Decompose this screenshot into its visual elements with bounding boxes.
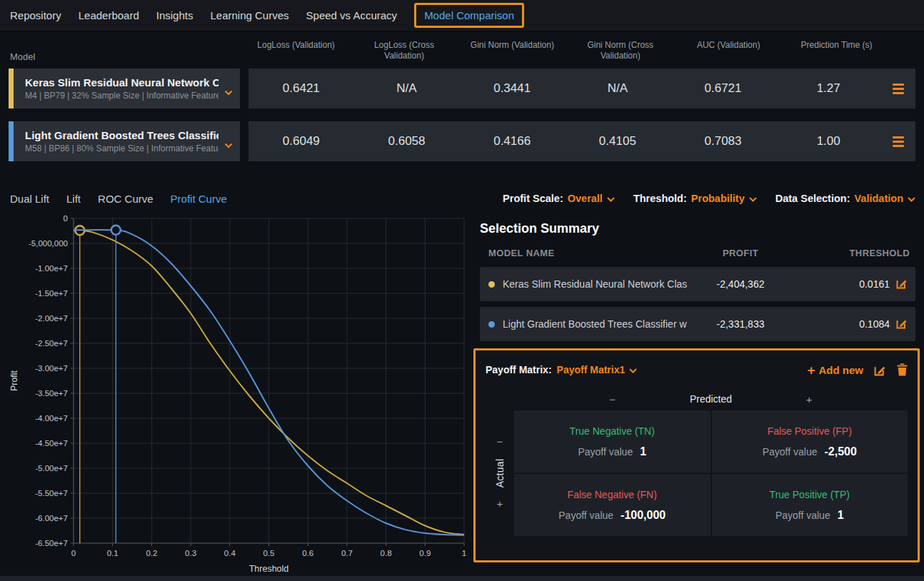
tab-profit-curve-active[interactable]: Profit Curve — [171, 193, 227, 205]
x-tick-label: 0.5 — [263, 549, 275, 557]
cell-title: False Positive (FP) — [768, 425, 852, 437]
summary-profit-value: -2,404,362 — [687, 278, 794, 290]
metric-values-row: 0.6049 0.6058 0.4166 0.4105 0.7083 1.00 — [248, 121, 915, 161]
threshold-value: Probability — [691, 193, 745, 204]
x-tick-label: 1 — [462, 549, 466, 557]
hamburger-menu-icon[interactable] — [881, 84, 915, 94]
model-selector-lgbm[interactable]: Light Gradient Boosted Trees Classifier … — [9, 121, 240, 161]
payoff-value-label: Payoff value — [763, 446, 818, 458]
nav-item-speed-vs-accuracy[interactable]: Speed vs Accuracy — [306, 9, 398, 21]
column-header-gini-validation: Gini Norm (Validation) — [458, 40, 566, 62]
metric-logloss-cross-validation: N/A — [354, 81, 460, 96]
nav-item-insights[interactable]: Insights — [156, 9, 194, 21]
bottom-scrollbar-track[interactable] — [0, 576, 924, 581]
model-name: Keras Slim Residual Neural Network Class… — [25, 76, 219, 89]
summary-row-lgbm: Light Gradient Boosted Trees Classifier … — [480, 307, 915, 341]
tab-roc-curve[interactable]: ROC Curve — [98, 193, 154, 205]
metric-gini-cross-validation: 0.4105 — [565, 134, 671, 148]
metric-gini-validation: 0.4166 — [459, 134, 565, 148]
edit-pencil-icon[interactable] — [873, 363, 887, 377]
summary-table-header: MODEL NAME PROFIT THRESHOLD — [471, 248, 924, 267]
tab-dual-lift[interactable]: Dual Lift — [10, 193, 49, 205]
model-comparison-page: Repository Leaderboard Insights Learning… — [0, 0, 924, 581]
comparison-table-header: Model LogLoss (Validation) LogLoss (Cros… — [0, 31, 924, 69]
payoff-cell-true-negative[interactable]: True Negative (TN) Payoff value 1 — [514, 410, 710, 473]
x-tick-label: 0 — [71, 549, 76, 557]
series-color-dot — [488, 281, 495, 288]
y-tick-label: -2.50e+7 — [35, 339, 68, 348]
payoff-matrix-header: Payoff Matrix: Payoff Matrix1 + Add new — [486, 359, 908, 380]
nav-item-model-comparison-active[interactable]: Model Comparison — [414, 3, 524, 28]
trash-icon[interactable] — [897, 363, 908, 376]
summary-model-name: Light Gradient Boosted Trees Classifier … — [503, 318, 687, 330]
metric-auc-validation: 0.6721 — [671, 81, 776, 96]
plus-icon: + — [807, 363, 815, 377]
add-new-payoff-button[interactable]: + Add new — [807, 363, 863, 377]
profit-scale-dropdown[interactable]: Profit Scale: Overall — [503, 192, 615, 205]
summary-profit-value: -2,331,833 — [687, 318, 794, 330]
data-selection-value: Validation — [855, 193, 904, 204]
payoff-value: 1 — [640, 445, 646, 458]
x-tick-label: 0.1 — [107, 549, 119, 557]
cell-title: True Negative (TN) — [570, 425, 655, 437]
column-header-logloss-cross-validation: LogLoss (Cross Validation) — [350, 40, 458, 62]
chart-controls: Profit Scale: Overall Threshold: Probabi… — [471, 183, 924, 214]
x-tick-label: 0.2 — [146, 549, 157, 557]
metric-logloss-validation: 0.6049 — [248, 134, 354, 148]
summary-col-model-name: MODEL NAME — [488, 248, 687, 258]
model-row-lgbm: Light Gradient Boosted Trees Classifier … — [0, 121, 924, 161]
edit-pencil-icon[interactable] — [895, 277, 908, 292]
add-new-label: Add new — [819, 364, 864, 376]
chevron-down-icon[interactable] — [224, 138, 233, 151]
threshold-marker-lgbm[interactable] — [111, 226, 121, 235]
payoff-matrix-label: Payoff Matrix: — [486, 364, 552, 375]
nav-item-leaderboard[interactable]: Leaderboard — [79, 9, 139, 21]
y-tick-label: 0 — [64, 214, 68, 223]
chevron-down-icon[interactable] — [629, 363, 637, 376]
summary-col-profit: PROFIT — [687, 248, 794, 258]
data-selection-dropdown[interactable]: Data Selection: Validation — [775, 192, 915, 205]
threshold-label: Threshold: — [633, 193, 687, 204]
tab-lift[interactable]: Lift — [66, 193, 81, 205]
summary-model-name: Keras Slim Residual Neural Network Class… — [503, 278, 687, 290]
payoff-matrix-select[interactable]: Payoff Matrix1 — [557, 364, 626, 375]
metric-column-headers: LogLoss (Validation) LogLoss (Cross Vali… — [242, 40, 890, 62]
payoff-cell-false-positive[interactable]: False Positive (FP) Payoff value -2,500 — [712, 410, 908, 473]
y-tick-label: -1.00e+7 — [35, 264, 68, 273]
edit-pencil-icon[interactable] — [895, 317, 908, 332]
column-header-gini-cross-validation: Gini Norm (Cross Validation) — [566, 40, 674, 62]
model-subtitle: M58 | BP86 | 80% Sample Size | Informati… — [25, 143, 219, 153]
cell-title: False Negative (FN) — [568, 489, 657, 500]
metric-values-row: 0.6421 N/A 0.3441 N/A 0.6721 1.27 — [248, 69, 915, 108]
nav-item-repository[interactable]: Repository — [10, 9, 61, 21]
column-header-prediction-time: Prediction Time (s) — [783, 40, 890, 62]
model-column-label: Model — [0, 51, 242, 62]
payoff-cell-true-positive[interactable]: True Positive (TP) Payoff value 1 — [712, 474, 908, 536]
x-tick-label: 0.4 — [224, 549, 236, 557]
summary-threshold-value: 0.1084 — [859, 318, 890, 330]
chevron-down-icon — [908, 192, 915, 205]
y-tick-label: -3.50e+7 — [35, 389, 68, 398]
model-selector-keras[interactable]: Keras Slim Residual Neural Network Class… — [9, 69, 240, 108]
main-content: Dual Lift Lift ROC Curve Profit Curve 00… — [0, 183, 924, 578]
nav-item-learning-curves[interactable]: Learning Curves — [210, 9, 288, 21]
predicted-axis-label: Predicted — [514, 393, 908, 405]
payoff-value: 1 — [838, 509, 844, 522]
profit-curve-chart: 00.10.20.30.40.50.60.70.80.910-5,000,000… — [0, 214, 471, 575]
threshold-dropdown[interactable]: Threshold: Probability — [633, 192, 757, 205]
cell-title: True Positive (TP) — [770, 489, 850, 500]
data-selection-label: Data Selection: — [775, 193, 850, 204]
x-axis-title: Threshold — [249, 564, 289, 574]
chart-column: Dual Lift Lift ROC Curve Profit Curve 00… — [0, 183, 471, 578]
model-name: Light Gradient Boosted Trees Classifier … — [25, 129, 219, 141]
hamburger-menu-icon[interactable] — [881, 136, 915, 147]
chart-tabs: Dual Lift Lift ROC Curve Profit Curve — [0, 183, 471, 214]
payoff-value-label: Payoff value — [578, 446, 633, 458]
details-column: Profit Scale: Overall Threshold: Probabi… — [471, 183, 924, 578]
metric-logloss-cross-validation: 0.6058 — [354, 134, 460, 148]
top-nav: Repository Leaderboard Insights Learning… — [0, 0, 924, 31]
metric-logloss-validation: 0.6421 — [248, 81, 354, 96]
summary-col-threshold: THRESHOLD — [794, 248, 915, 258]
chevron-down-icon[interactable] — [224, 86, 233, 98]
payoff-cell-false-negative[interactable]: False Negative (FN) Payoff value -100,00… — [514, 474, 710, 536]
